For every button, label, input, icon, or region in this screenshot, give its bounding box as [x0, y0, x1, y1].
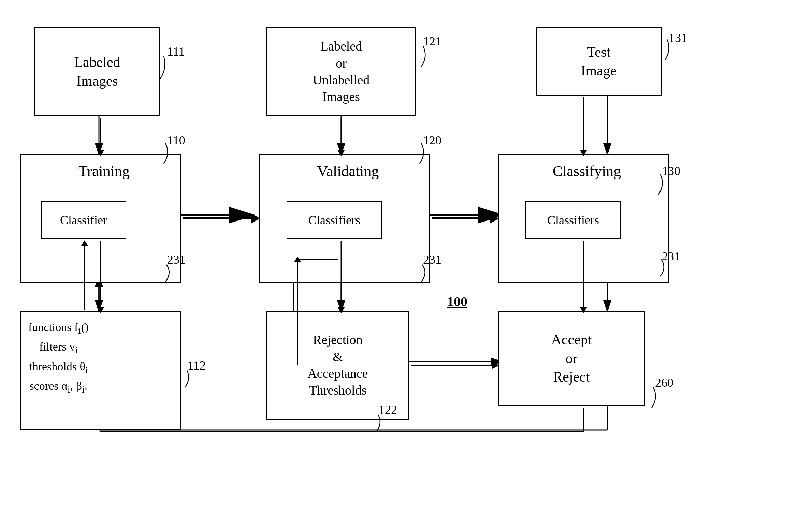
rejection-label: Rejection & Acceptance Thresholds	[307, 331, 368, 399]
classifying-label: Classifying	[553, 161, 621, 181]
ref-231c: 231	[662, 249, 680, 263]
labeled-images-box: Labeled Images	[34, 27, 160, 116]
ref-112: 112	[188, 358, 206, 373]
ref-100: 100	[447, 294, 467, 310]
svg-marker-23	[251, 213, 260, 224]
ref-231b: 231	[423, 253, 441, 267]
functions-label: functions fi() filters vi thresholds θi …	[28, 318, 89, 397]
ref-260: 260	[655, 375, 673, 390]
classifier-inner-label: Classifier	[60, 213, 107, 227]
ref-111: 111	[167, 44, 185, 59]
classifier-inner-box: Classifier	[41, 201, 126, 239]
svg-marker-25	[490, 213, 499, 224]
functions-box: functions fi() filters vi thresholds θi …	[20, 311, 181, 430]
classifiers-val-label: Classifiers	[308, 213, 360, 227]
classifiers-cls-inner-box: Classifiers	[525, 201, 621, 239]
ref-110: 110	[167, 133, 185, 147]
validating-label: Validating	[317, 161, 379, 181]
ref-120: 120	[423, 133, 441, 147]
test-image-label: Test Image	[581, 43, 617, 80]
ref-231a: 231	[167, 253, 186, 267]
ref-122: 122	[379, 403, 397, 417]
classifiers-cls-label: Classifiers	[547, 213, 599, 227]
accept-reject-box: Accept or Reject	[498, 311, 645, 406]
diagram-container: Labeled Images 111 Labeled or Unlabelled…	[0, 0, 812, 528]
training-label: Training	[78, 161, 130, 181]
labeled-unlabeled-label: Labeled or Unlabelled Images	[313, 38, 370, 105]
ref-130: 130	[662, 164, 680, 178]
classifiers-val-inner-box: Classifiers	[287, 201, 382, 239]
test-image-box: Test Image	[536, 27, 662, 96]
ref-131: 131	[669, 31, 687, 45]
labeled-unlabeled-box: Labeled or Unlabelled Images	[266, 27, 416, 116]
ref-121: 121	[423, 34, 441, 48]
labeled-images-label: Labeled Images	[74, 53, 120, 90]
accept-reject-label: Accept or Reject	[551, 330, 592, 386]
